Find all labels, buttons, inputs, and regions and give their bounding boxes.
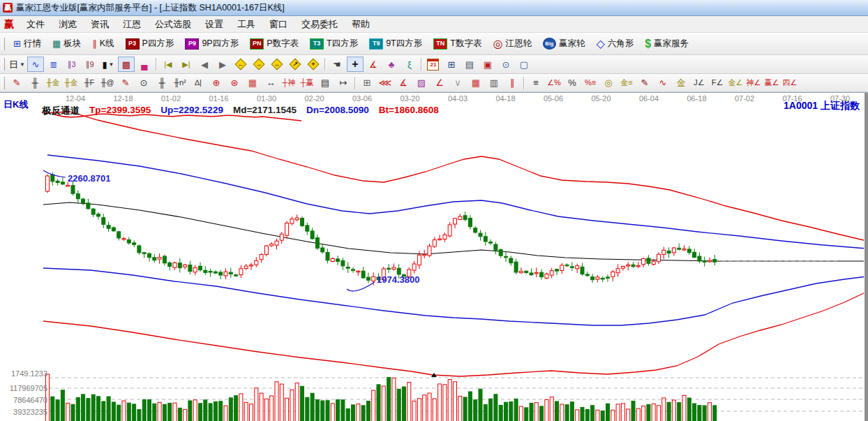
diamond-expand-button[interactable]: ↗ [287, 57, 304, 72]
9t-square-button[interactable]: T99T四方形 [364, 34, 427, 53]
computer-button[interactable]: ▢ [516, 57, 532, 72]
gold-grid-button[interactable]: ╫金 [45, 75, 61, 91]
four-angle-button[interactable]: 四∠ [781, 75, 798, 91]
parallel-lines-button[interactable]: ∥ [504, 75, 521, 91]
pattern-button[interactable]: ▩ [118, 57, 135, 72]
info-note-button[interactable]: ≣ [45, 57, 62, 72]
menu-tools[interactable]: 工具 [230, 17, 262, 32]
win-grid-button[interactable]: ┼赢 [299, 75, 315, 91]
diamond-right-button[interactable]: → [250, 57, 267, 72]
gold-band-button[interactable]: 金 [673, 75, 689, 91]
9p-square-button[interactable]: P99P四方形 [180, 34, 244, 53]
candle-style-dropdown[interactable]: ▮▼ [100, 57, 117, 72]
grid-box-button[interactable]: ▦ [244, 75, 261, 91]
diamond-hmove-button[interactable]: ↔ [269, 57, 285, 72]
span-arrow-button[interactable]: ↦ [335, 75, 352, 91]
gold-circle-button[interactable]: ◎ [600, 75, 617, 91]
quotes-button[interactable]: ⊞行情 [8, 34, 46, 53]
gold-grid2-button[interactable]: ╫金 [63, 75, 80, 91]
win-angle-button[interactable]: 赢∠ [763, 75, 780, 91]
plain-grid-button[interactable]: ╫ [154, 75, 170, 91]
brush2-tool-button[interactable]: ✎ [117, 75, 134, 91]
percent-angle-button[interactable]: ∠% [546, 75, 562, 91]
percent-button[interactable]: % [564, 75, 581, 91]
history-button[interactable]: ⊙ [497, 57, 514, 72]
red-grid-button[interactable]: ▦ [467, 75, 484, 91]
circle-grid-button[interactable]: ⊙ [135, 75, 152, 91]
shen-grid-button[interactable]: ┼神 [280, 75, 297, 91]
sectors-button[interactable]: ▦板块 [47, 34, 86, 53]
menu-formula-picker[interactable]: 公式选股 [148, 17, 198, 32]
angle-tool-button[interactable]: ∡ [365, 57, 382, 72]
fan-box2-button[interactable]: ▨ [413, 75, 430, 91]
crosshair-tool-button[interactable]: + [347, 57, 364, 72]
wave-shape-button[interactable]: ξ [401, 57, 418, 72]
winner-wheel-button[interactable]: Big赢家轮 [538, 34, 590, 53]
diamond-center-button[interactable]: + [305, 57, 322, 72]
j-angle-button[interactable]: J∠ [691, 75, 708, 91]
menu-window[interactable]: 窗口 [262, 17, 294, 32]
shen-angle-button[interactable]: 神∠ [745, 75, 762, 91]
t-number-table-button[interactable]: TNT数字表 [428, 34, 486, 53]
fan-lines-button[interactable]: ⋘ [377, 75, 394, 91]
period-day-dropdown[interactable]: 日▼ [8, 57, 26, 72]
notepad-button[interactable]: ▤ [461, 57, 478, 72]
web-tool-button[interactable]: ⊛ [226, 75, 243, 91]
red-grid2-button[interactable]: ▥ [486, 75, 502, 91]
percent-lines-button[interactable]: %≡ [582, 75, 599, 91]
wave-box-button[interactable]: ∿ [654, 75, 671, 91]
t-square-button[interactable]: T3T四方形 [305, 34, 363, 53]
curve-chart-button[interactable]: ∿ [27, 57, 44, 72]
brush-tool-button[interactable]: ✎ [8, 75, 25, 91]
histogram-button[interactable]: ▄ [136, 57, 153, 72]
f-angle-button[interactable]: F∠ [709, 75, 726, 91]
right-scrollbar[interactable] [864, 93, 868, 421]
title-bar[interactable]: 赢 赢家江恩专业版[赢家内部服务平台] - [上证指数 SH1A0001-167… [0, 0, 868, 16]
last-bar-button[interactable]: ▶| [178, 57, 195, 72]
gold-angle-button[interactable]: 金∠ [727, 75, 744, 91]
chart-canvas[interactable] [0, 93, 868, 421]
f-grid-button[interactable]: ╫F [81, 75, 98, 91]
nine-bar-button[interactable]: ∥9 [82, 57, 98, 72]
grid-tool-button[interactable]: ╫ [27, 75, 43, 91]
diamond-left-button[interactable]: ← [232, 57, 249, 72]
ruler-grid-button[interactable]: ▤ [317, 75, 334, 91]
menu-trade[interactable]: 交易委托 [294, 17, 345, 32]
next-bar-button[interactable]: ▶ [214, 57, 231, 72]
winner-service-button[interactable]: $赢家服务 [640, 34, 694, 53]
toolbar-grip[interactable] [1, 58, 5, 71]
spiral-grid-button[interactable]: ╫@ [99, 75, 116, 91]
v-lines-button[interactable]: ∨ [449, 75, 466, 91]
p-square-button[interactable]: P3P四方形 [121, 34, 179, 53]
first-bar-button[interactable]: |◀ [160, 57, 177, 72]
gold-lines-button[interactable]: 金≡ [618, 75, 635, 91]
menu-settings[interactable]: 设置 [198, 17, 230, 32]
toolbar-grip[interactable] [1, 38, 5, 50]
n2-grid-button[interactable]: ╫n² [172, 75, 188, 91]
three-bar-button[interactable]: ∥3 [63, 57, 80, 72]
box-lines-button[interactable]: ⊞ [359, 75, 375, 91]
p-number-table-button[interactable]: PNP数字表 [245, 34, 304, 53]
angle-lines-button[interactable]: ∠ [431, 75, 448, 91]
target-circle-button[interactable]: ⊕ [208, 75, 225, 91]
toolbar-grip[interactable] [1, 77, 5, 89]
menu-news[interactable]: 资讯 [84, 17, 116, 32]
angle-flag-button[interactable]: ∆| [190, 75, 207, 91]
kline-button[interactable]: ∥K线 [87, 34, 119, 53]
menu-file[interactable]: 文件 [20, 17, 52, 32]
measure-tool-button[interactable]: ↔ [262, 75, 279, 91]
hand-tool-button[interactable]: ☚ [329, 57, 345, 72]
gann-wheel-button[interactable]: ◎江恩轮 [488, 34, 536, 53]
menu-gann[interactable]: 江恩 [116, 17, 148, 32]
menu-help[interactable]: 帮助 [345, 17, 377, 32]
hexagon-button[interactable]: ◇六角形 [591, 34, 638, 53]
gann-shape-button[interactable]: ♣ [383, 57, 400, 72]
calculator-button[interactable]: ⊞ [443, 57, 460, 72]
pin-tool-button[interactable]: ✎ [636, 75, 653, 91]
save-button[interactable]: ▣ [479, 57, 496, 72]
fan-box-button[interactable]: ∡ [395, 75, 412, 91]
calendar-button[interactable]: 21 [425, 57, 442, 72]
prev-bar-button[interactable]: ◀ [196, 57, 213, 72]
hlines-button[interactable]: ≡ [527, 75, 544, 91]
menu-browse[interactable]: 浏览 [52, 17, 84, 32]
